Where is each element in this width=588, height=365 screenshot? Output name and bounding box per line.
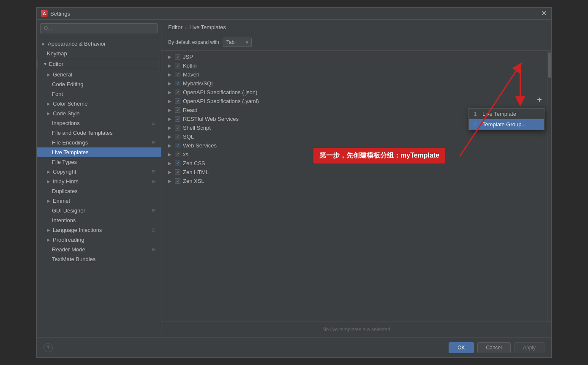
sidebar-item-label: Duplicates — [52, 188, 78, 194]
list-item[interactable]: ▶ Zen HTML — [161, 168, 547, 177]
sidebar-item-general[interactable]: ▶ General — [37, 70, 161, 79]
close-button[interactable]: ✕ — [540, 10, 547, 17]
list-item[interactable]: ▶ OpenAPI Specifications (.json) — [161, 88, 547, 97]
sidebar-item-label: Editor — [49, 61, 63, 67]
apply-button[interactable]: Apply — [514, 342, 544, 353]
settings-icon: ⊟ — [152, 179, 158, 185]
sidebar-item-label: Code Style — [53, 110, 80, 117]
expand-icon: ▶ — [168, 179, 172, 183]
sidebar-item-label: Keymap — [47, 50, 67, 57]
item-label: xsl — [183, 151, 190, 158]
sidebar-item-inspections[interactable]: Inspections ⊟ — [37, 118, 161, 128]
sidebar-item-label: TextMate Bundles — [52, 256, 95, 262]
item-label: Maven — [183, 71, 199, 78]
ok-button[interactable]: OK — [449, 342, 474, 353]
arrow-icon: ▶ — [47, 72, 51, 77]
breadcrumb: Editor › Live Templates — [161, 20, 551, 34]
annotation-label: 第一步，先创建模板分组：myTemplate — [313, 148, 445, 163]
sidebar-item-gui-designer[interactable]: GUI Designer ⊟ — [37, 206, 161, 215]
checkbox[interactable] — [175, 98, 180, 104]
sidebar-item-intentions[interactable]: Intentions — [37, 215, 161, 225]
checkbox[interactable] — [175, 107, 180, 113]
popup-item-live-template[interactable]: 1 Live Template — [469, 109, 544, 119]
cancel-button[interactable]: Cancel — [477, 342, 511, 353]
checkbox[interactable] — [175, 63, 180, 68]
sidebar-item-label: File Encodings — [52, 139, 88, 146]
sidebar-item-file-code-templates[interactable]: File and Code Templates — [37, 128, 161, 138]
popup-item-label: Live Template — [482, 111, 516, 117]
help-button[interactable]: ? — [44, 343, 53, 352]
add-button[interactable]: + — [534, 95, 544, 105]
checkbox[interactable] — [175, 54, 180, 60]
item-label: Zen CSS — [183, 160, 205, 166]
main-content: Editor › Live Templates By default expan… — [161, 20, 551, 338]
sidebar-item-inlay-hints[interactable]: ▶ Inlay Hints ⊟ — [37, 177, 161, 186]
breadcrumb-current: Live Templates — [189, 24, 226, 30]
arrow-icon: ▶ — [47, 199, 51, 203]
sidebar-item-emmet[interactable]: ▶ Emmet — [37, 196, 161, 206]
expand-icon: ▶ — [168, 72, 172, 77]
title-bar-left: A Settings — [41, 10, 70, 17]
sidebar-item-code-style[interactable]: ▶ Code Style — [37, 109, 161, 118]
list-item[interactable]: ▶ OpenAPI Specifications (.yaml) — [161, 97, 547, 106]
checkbox[interactable] — [175, 169, 180, 175]
sidebar-item-live-templates[interactable]: Live Templates — [37, 147, 161, 157]
expand-dropdown[interactable]: Tab Enter Space — [223, 38, 252, 47]
sidebar-item-copyright[interactable]: ▶ Copyright ⊟ — [37, 167, 161, 177]
list-item[interactable]: ▶ Maven — [161, 70, 547, 79]
list-item[interactable]: ▶ SQL — [161, 132, 547, 141]
list-item[interactable]: ▶ Mybatis/SQL — [161, 79, 547, 88]
expand-icon: ▶ — [168, 170, 172, 174]
arrow-icon: ▶ — [47, 228, 51, 232]
checkbox[interactable] — [175, 134, 180, 139]
sidebar-item-textmate-bundles[interactable]: TextMate Bundles — [37, 254, 161, 264]
expand-icon: ▶ — [168, 99, 172, 104]
checkbox[interactable] — [175, 116, 180, 122]
sidebar-item-appearance[interactable]: ▶ Appearance & Behavior — [37, 39, 161, 49]
sidebar-item-label: General — [53, 71, 72, 78]
checkbox[interactable] — [175, 72, 180, 77]
sidebar-item-file-encodings[interactable]: File Encodings ⊟ — [37, 138, 161, 147]
sidebar-item-color-scheme[interactable]: ▶ Color Scheme — [37, 99, 161, 109]
sidebar-item-label: Live Templates — [52, 149, 88, 155]
list-item[interactable]: ▶ Kotlin — [161, 61, 547, 70]
sidebar-item-proofreading[interactable]: ▶ Proofreading — [37, 235, 161, 245]
sidebar-item-reader-mode[interactable]: Reader Mode ⊟ — [37, 245, 161, 254]
sidebar-item-editor[interactable]: ▼ Editor — [38, 59, 160, 69]
toolbar-row: By default expand with Tab Enter Space ▼ — [161, 34, 551, 51]
sidebar-item-file-types[interactable]: File Types — [37, 157, 161, 167]
sidebar-item-duplicates[interactable]: Duplicates — [37, 186, 161, 196]
item-label: React — [183, 107, 197, 113]
checkbox[interactable] — [175, 152, 180, 157]
sidebar-item-font[interactable]: Font — [37, 89, 161, 99]
item-label: Zen HTML — [183, 169, 209, 175]
list-item[interactable]: ▶ JSP — [161, 52, 547, 61]
checkbox[interactable] — [175, 161, 180, 166]
sidebar-item-label: GUI Designer — [52, 207, 85, 214]
popup-item-template-group[interactable]: 2 Template Group... — [469, 119, 544, 130]
item-label: Web Services — [183, 142, 217, 149]
expand-icon: ▶ — [168, 81, 172, 86]
list-item[interactable]: ▶ Zen XSL — [161, 177, 547, 185]
checkbox[interactable] — [175, 125, 180, 131]
sidebar-item-language-injections[interactable]: ▶ Language Injections ⊟ — [37, 225, 161, 235]
sidebar-item-code-editing[interactable]: Code Editing — [37, 79, 161, 89]
expand-icon: ▶ — [168, 161, 172, 166]
checkbox[interactable] — [175, 90, 180, 95]
checkbox[interactable] — [175, 143, 180, 148]
checkbox[interactable] — [175, 81, 180, 86]
expand-icon: ▶ — [168, 152, 172, 157]
sidebar-item-label: Color Scheme — [53, 101, 87, 107]
template-list-container: + ▶ JSP ▶ Kotlin — [161, 51, 551, 321]
checkbox[interactable] — [175, 178, 180, 184]
sidebar-item-label: File and Code Templates — [52, 130, 113, 136]
item-label: Shell Script — [183, 125, 211, 131]
settings-icon: ⊟ — [152, 140, 158, 146]
no-selection-label: No live templates are selected — [322, 327, 390, 332]
sidebar-item-keymap[interactable]: Keymap — [37, 49, 161, 58]
no-selection-text: No live templates are selected — [161, 321, 551, 338]
settings-icon: ⊟ — [152, 169, 158, 175]
scrollbar[interactable] — [547, 51, 551, 321]
search-input[interactable] — [40, 23, 158, 33]
sidebar-item-label: File Types — [52, 159, 77, 165]
